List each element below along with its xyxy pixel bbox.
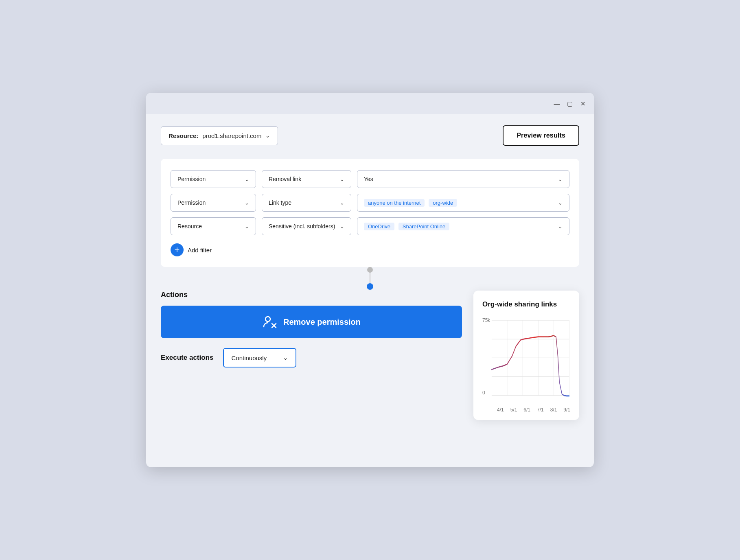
chevron-down-icon: ⌄ [245,200,249,206]
window-content: Resource: prod1.sharepoint.com ⌄ Preview… [146,114,594,435]
actions-panel: Actions Remove permission Execute action… [161,291,462,368]
chart-title: Org-wide sharing links [482,300,570,308]
add-filter-icon: + [171,243,184,256]
top-bar: Resource: prod1.sharepoint.com ⌄ Preview… [161,125,579,146]
filters-panel: Permission ⌄ Removal link ⌄ Yes ⌄ Permis… [161,159,579,267]
chevron-down-icon: ⌄ [340,176,344,182]
filter-tags-container: anyone on the internet org-wide [364,199,460,206]
chevron-down-icon: ⌄ [245,176,249,182]
execute-dropdown[interactable]: Continuously ⌄ [223,348,296,368]
remove-permission-label: Remove permission [283,317,361,327]
tag-sharepoint-online: SharePoint Online [398,223,450,230]
chart-panel: Org-wide sharing links 75k 0 [473,291,579,420]
execute-row: Execute actions Continuously ⌄ [161,348,462,368]
filter-sensitive[interactable]: Sensitive (incl. subfolders) ⌄ [262,217,351,235]
x-label-3: 7/1 [537,407,544,413]
filter-resource-tags[interactable]: OneDrive SharePoint Online ⌄ [357,217,569,235]
chart-line [492,335,569,396]
chevron-down-icon: ⌄ [340,223,344,230]
filter-row-3: Resource ⌄ Sensitive (incl. subfolders) … [171,217,569,235]
actions-title: Actions [161,291,462,299]
resource-label: Resource: [169,132,198,139]
close-button[interactable]: ✕ [579,100,587,107]
preview-results-button[interactable]: Preview results [503,125,579,146]
tag-anyone-internet: anyone on the internet [364,199,425,207]
chevron-down-icon: ⌄ [245,223,249,230]
chevron-down-icon: ⌄ [558,176,563,182]
minimize-button[interactable]: — [553,100,560,107]
tag-org-wide: org-wide [429,199,457,207]
filter-link-tags[interactable]: anyone on the internet org-wide ⌄ [357,194,569,212]
resource-value: prod1.sharepoint.com [202,132,261,139]
filter-row-1: Permission ⌄ Removal link ⌄ Yes ⌄ [171,170,569,188]
svg-point-0 [265,317,270,322]
add-filter-label: Add filter [188,247,212,254]
tag-onedrive: OneDrive [364,223,394,230]
filter-resource-tags-container: OneDrive SharePoint Online [364,223,452,230]
chart-y-bottom-label: 0 [482,390,485,396]
x-label-0: 4/1 [497,407,504,413]
resource-dropdown[interactable]: Resource: prod1.sharepoint.com ⌄ [161,126,278,145]
main-window: — ▢ ✕ Resource: prod1.sharepoint.com ⌄ P… [146,93,594,467]
x-label-5: 9/1 [563,407,570,413]
execute-actions-label: Execute actions [161,354,213,362]
chevron-down-icon: ⌄ [265,132,270,139]
connector-dot-bottom [367,283,373,290]
bottom-area: Actions Remove permission Execute action… [161,291,579,420]
title-bar: — ▢ ✕ [146,93,594,114]
chart-area: 75k 0 [482,316,570,405]
chart-y-top-label: 75k [482,317,490,323]
filter-permission-1[interactable]: Permission ⌄ [171,170,256,188]
chart-svg [482,316,570,405]
chevron-down-icon: ⌄ [283,354,288,361]
filter-resource[interactable]: Resource ⌄ [171,217,256,235]
filter-removal-link[interactable]: Removal link ⌄ [262,170,351,188]
chart-x-labels: 4/1 5/1 6/1 7/1 8/1 9/1 [482,407,570,413]
chevron-down-icon: ⌄ [558,223,563,230]
chevron-down-icon: ⌄ [340,200,344,206]
chevron-down-icon: ⌄ [558,200,563,206]
filter-permission-2[interactable]: Permission ⌄ [171,194,256,212]
connector-area [161,267,579,291]
filter-link-type[interactable]: Link type ⌄ [262,194,351,212]
add-filter-button[interactable]: + Add filter [171,241,212,259]
x-label-4: 8/1 [550,407,557,413]
x-label-2: 6/1 [523,407,530,413]
remove-permission-icon [262,315,277,329]
connector-dot-top [367,267,373,273]
x-label-1: 5/1 [510,407,517,413]
filter-row-2: Permission ⌄ Link type ⌄ anyone on the i… [171,194,569,212]
execute-value: Continuously [231,354,267,361]
remove-permission-button[interactable]: Remove permission [161,306,462,338]
maximize-button[interactable]: ▢ [566,100,574,107]
filter-yes[interactable]: Yes ⌄ [357,170,569,188]
